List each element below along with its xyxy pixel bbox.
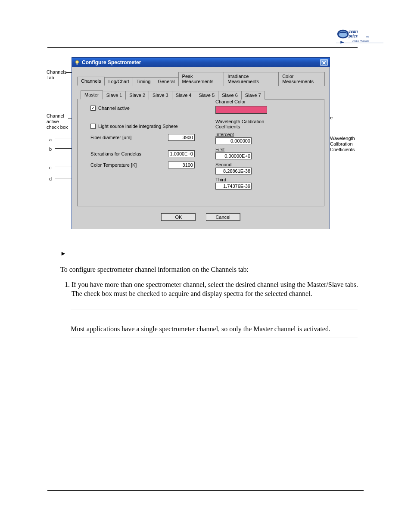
tab-peak-measurements[interactable]: Peak Measurements [178,72,224,86]
second-input[interactable] [215,168,252,174]
note-rule-top [71,309,358,309]
callout-c: c [49,165,52,171]
intercept-label: Intercept [215,132,310,137]
close-button[interactable] [320,59,328,66]
note-rule-bottom [71,337,358,337]
channel-active-checkbox[interactable] [90,106,96,111]
subtab-slave7[interactable]: Slave 7 [241,91,265,100]
svg-marker-6 [340,41,344,44]
wavelength-coef-title: Wavelength Calibration Coefficients [215,119,310,129]
svg-rect-8 [77,63,78,65]
subtab-slave6[interactable]: Slave 6 [218,91,242,100]
steradians-input[interactable] [168,150,195,157]
steradians-label: Steradians for Candelas [90,151,168,156]
intro-text: To configure spectrometer channel inform… [60,265,368,274]
subtab-slave2[interactable]: Slave 2 [125,91,149,100]
subtab-slave4[interactable]: Slave 4 [172,91,196,100]
configure-spectrometer-dialog: Configure Spectrometer Channels Log/Char… [72,57,330,229]
procedure-arrow-icon: ► [60,250,368,258]
fiber-diameter-label: Fiber diameter [um] [90,135,168,140]
tab-color-measurements[interactable]: Color Measurements [278,72,325,86]
channel-panel: Channel active Light source inside integ… [77,99,324,206]
svg-point-7 [76,61,79,64]
tab-general[interactable]: General [154,77,178,86]
light-source-label: Light source inside integrating Sphere [98,124,178,129]
callout-channel-active: Channel active check box [47,113,68,131]
intercept-input[interactable] [215,137,252,144]
first-input[interactable] [215,152,252,159]
third-input[interactable] [215,183,252,190]
page-footer-rule [47,490,364,491]
svg-text:cean: cean [349,28,358,34]
main-tabstrip: Channels Log/Chart Timing General Peak M… [77,72,324,86]
brand-logo: cean ptics Inc. First in Photonics [336,27,383,44]
tab-irradiance-measurements[interactable]: Irradiance Measurements [224,72,279,86]
callout-d: d [49,176,52,182]
callout-a: a [49,137,52,143]
callout-e: e [330,115,333,121]
callout-b: b [49,146,52,152]
subtab-master[interactable]: Master [81,90,103,100]
step-1: If you have more than one spectrometer c… [72,280,368,299]
channel-color-swatch[interactable] [215,106,267,114]
tab-timing[interactable]: Timing [133,77,155,86]
color-temperature-label: Color Temperature [K] [90,162,168,168]
titlebar[interactable]: Configure Spectrometer [72,58,330,67]
subtab-slave1[interactable]: Slave 1 [103,91,126,100]
note-text: Most applications have a single spectrom… [71,325,358,334]
channel-active-label: Channel active [98,106,130,111]
tab-log-chart[interactable]: Log/Chart [104,77,133,86]
dialog-title: Configure Spectrometer [82,59,141,65]
channel-subtabstrip: Master Slave 1 Slave 2 Slave 3 Slave 4 S… [81,90,324,100]
callout-channels-tab: Channels Tab [47,69,66,81]
cancel-button[interactable]: Cancel [206,213,240,221]
callout-wavelength: Wavelength Calibration Coefficients [330,136,355,153]
svg-text:Inc.: Inc. [366,35,369,38]
first-label: First [215,147,310,152]
subtab-slave3[interactable]: Slave 3 [149,91,172,100]
third-label: Third [215,177,310,182]
step-1-part-b: check box must be checked to acquire and… [84,290,312,297]
light-source-checkbox[interactable] [90,124,96,129]
color-temperature-input[interactable] [168,162,195,168]
channel-color-label: Channel Color [215,99,310,104]
fiber-diameter-input[interactable] [168,134,195,141]
tab-channels[interactable]: Channels [77,77,105,86]
second-label: Second [215,162,310,167]
app-icon [75,60,80,65]
ok-button[interactable]: OK [161,213,196,221]
subtab-slave5[interactable]: Slave 5 [195,91,218,100]
svg-text:ptics: ptics [348,33,358,38]
svg-text:First in Photonics: First in Photonics [352,40,370,42]
